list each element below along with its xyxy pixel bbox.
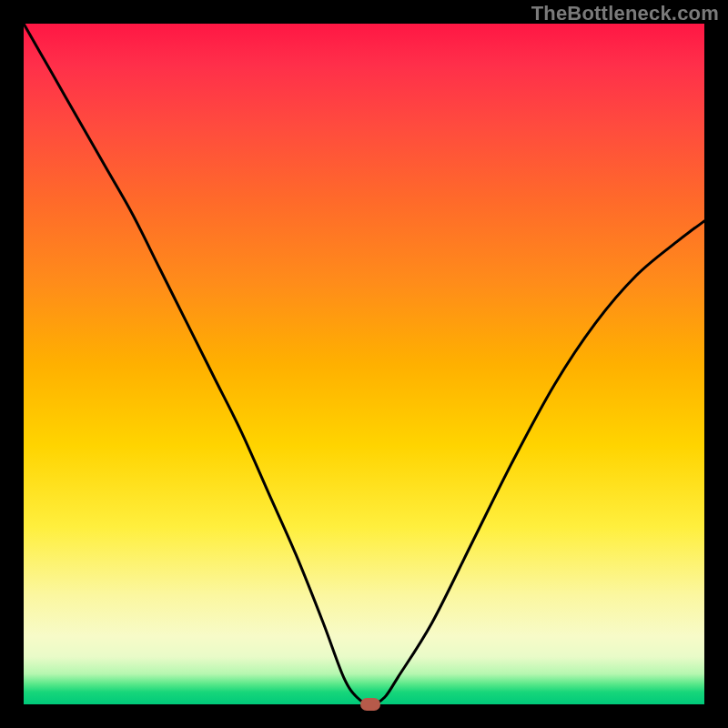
minimum-marker <box>360 698 380 711</box>
plot-area <box>24 24 704 704</box>
watermark-text: TheBottleneck.com <box>531 2 719 25</box>
bottleneck-curve <box>24 24 704 704</box>
chart-frame: TheBottleneck.com <box>0 0 728 728</box>
